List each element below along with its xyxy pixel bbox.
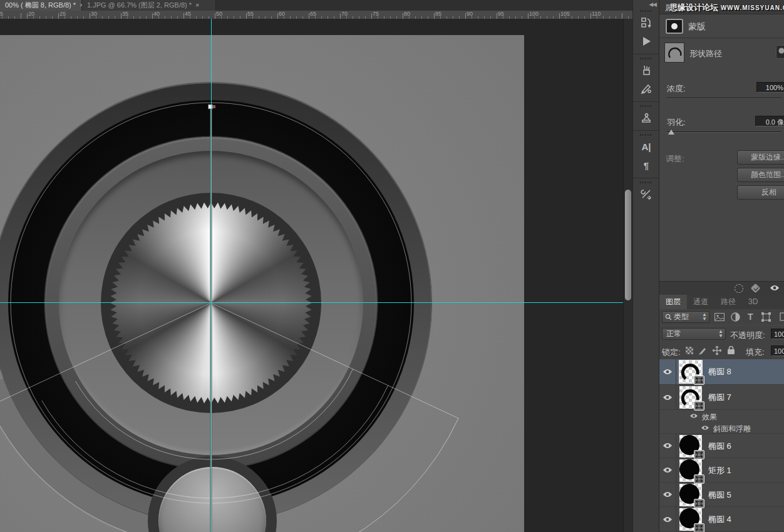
guide-horizontal[interactable] [0, 302, 623, 303]
density-label: 浓度: [667, 83, 686, 95]
feather-label: 羽化: [667, 117, 686, 128]
canvas-viewport[interactable] [0, 19, 632, 532]
mask-thumbnail-icon[interactable] [666, 19, 683, 34]
ruler-number: 80 [404, 11, 410, 17]
density-slider[interactable] [667, 98, 781, 99]
blend-mode-dropdown[interactable]: 正常 ▲▼ [662, 328, 726, 340]
paragraph-panel-icon[interactable]: ¶ [633, 156, 659, 175]
document-tab-1jpg[interactable]: 1.JPG @ 66.7% (图层 2, RGB/8) * × [82, 0, 216, 11]
lock-position-icon[interactable] [712, 345, 722, 356]
layer-thumbnail[interactable] [679, 386, 702, 409]
layer-thumbnail[interactable] [679, 459, 702, 482]
dock-group-grip[interactable] [640, 58, 652, 59]
eye-column[interactable] [659, 507, 676, 531]
vector-path-outlines [0, 35, 524, 532]
dock-group-grip[interactable] [640, 134, 652, 136]
density-value[interactable]: 100% [756, 82, 784, 93]
ruler-number: 110 [592, 11, 601, 17]
invert-button[interactable]: 反相 [737, 185, 784, 200]
eye-icon[interactable] [689, 413, 698, 419]
photoshop-window: 00% ( 椭圆 8, RGB/8) * × 1.JPG @ 66.7% (图层… [0, 0, 784, 532]
layer-row-ellipse8[interactable]: 椭圆 8 [659, 359, 784, 385]
layer-row-ellipse4[interactable]: 椭圆 4 [659, 507, 784, 532]
expand-panels-icon[interactable]: ◀◀ [633, 0, 659, 8]
history-panel-icon[interactable] [633, 13, 659, 32]
mixer-brush-panel-icon[interactable] [633, 79, 659, 98]
ruler-number: 45 [185, 11, 191, 17]
add-mask-button[interactable] [776, 45, 784, 59]
eye-column[interactable] [659, 458, 676, 482]
eye-column[interactable] [659, 434, 676, 458]
layer-row-ellipse6[interactable]: 椭圆 6 [659, 434, 784, 458]
close-icon[interactable]: × [195, 2, 199, 9]
load-selection-icon[interactable] [735, 284, 743, 293]
filter-smart-objects-icon[interactable] [780, 312, 784, 322]
actions-panel-icon[interactable] [633, 32, 659, 51]
eye-icon[interactable] [663, 394, 673, 401]
layer-thumbnail[interactable] [679, 435, 702, 458]
guide-vertical[interactable] [211, 19, 212, 532]
feather-value[interactable]: 0.0 像素 [755, 116, 784, 126]
shape-layer-badge [694, 401, 704, 411]
ruler-horizontal[interactable]: 1520253035404550556065707580859095100105… [0, 11, 632, 19]
color-range-button[interactable]: 颜色范围... [737, 168, 784, 182]
feather-slider[interactable] [667, 131, 781, 133]
mask-edge-button[interactable]: 蒙版边缘... [737, 150, 784, 165]
dock-group-grip[interactable] [640, 105, 652, 107]
filter-adjustment-layers-icon[interactable] [731, 312, 740, 322]
properties-panel-header[interactable]: 属性 [659, 0, 784, 14]
layer-name: 椭圆 6 [708, 441, 731, 452]
dock-separator [633, 101, 659, 102]
layer-row-rect1[interactable]: 矩形 1 [659, 458, 784, 483]
apply-mask-icon[interactable] [751, 284, 761, 293]
tools-presets-panel-icon[interactable] [633, 185, 659, 203]
brush-panel-icon[interactable] [633, 61, 659, 79]
filter-shape-layers-icon[interactable] [761, 312, 771, 322]
eye-icon[interactable] [770, 285, 780, 291]
filter-pixel-layers-icon[interactable] [714, 313, 725, 321]
lock-paint-icon[interactable] [698, 346, 708, 356]
eye-icon[interactable] [663, 516, 673, 523]
lock-all-icon[interactable] [727, 345, 735, 355]
dock-group-grip[interactable] [640, 182, 652, 183]
eye-column[interactable] [659, 385, 676, 409]
tab-channels[interactable]: 通道 [687, 295, 714, 309]
eye-column[interactable] [659, 483, 676, 506]
eye-icon[interactable] [663, 369, 673, 375]
eye-icon[interactable] [701, 425, 709, 431]
layer-thumbnail[interactable] [679, 484, 702, 506]
path-anchor-handle-top [209, 105, 216, 109]
filter-kind-dropdown[interactable]: 类型 ▲▼ [662, 311, 709, 323]
filter-type-layers-icon[interactable]: T [748, 312, 753, 322]
character-panel-icon[interactable]: A| [633, 137, 659, 156]
layer-row-ellipse7[interactable]: 椭圆 7 [659, 385, 784, 410]
tab-paths[interactable]: 路径 [714, 295, 742, 309]
bevel-emboss-row[interactable]: 斜面和浮雕 [659, 422, 784, 434]
eye-icon[interactable] [663, 491, 673, 498]
eye-column[interactable] [659, 359, 676, 384]
canvas-document[interactable] [0, 35, 524, 532]
document-tab-ellipse8[interactable]: 00% ( 椭圆 8, RGB/8) * × [0, 0, 82, 11]
clone-source-panel-icon[interactable] [633, 108, 659, 127]
vertical-scrollbar[interactable] [623, 19, 632, 532]
ruler-number: 15 [0, 11, 3, 17]
tab-layers[interactable]: 图层 [659, 295, 687, 309]
feather-slider-thumb[interactable] [668, 130, 674, 135]
fill-value[interactable]: 100 [771, 345, 784, 356]
ruler-number: 35 [122, 11, 128, 17]
layer-row-ellipse5[interactable]: 椭圆 5 [659, 483, 784, 507]
effects-row[interactable]: 效果 [659, 410, 784, 422]
shape-path-thumbnail[interactable] [664, 43, 684, 63]
opacity-value[interactable]: 100 [771, 329, 784, 339]
properties-panel-title: 属性 [665, 3, 680, 13]
tab-3d[interactable]: 3D [742, 295, 764, 309]
ruler-number: 25 [59, 11, 66, 17]
ruler-number: 85 [435, 11, 441, 17]
dock-group-grip[interactable] [640, 10, 652, 12]
layer-thumbnail[interactable] [679, 361, 702, 383]
eye-icon[interactable] [663, 442, 673, 449]
vertical-scrollbar-thumb[interactable] [625, 190, 631, 300]
lock-transparency-icon[interactable] [686, 347, 693, 354]
eye-icon[interactable] [663, 467, 673, 473]
layer-thumbnail[interactable] [679, 508, 702, 531]
